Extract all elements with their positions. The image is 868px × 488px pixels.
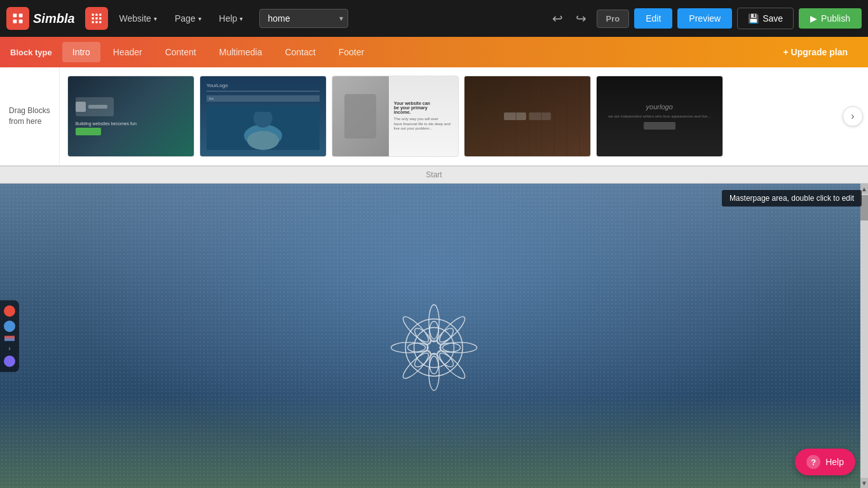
svg-point-30 (414, 327, 454, 367)
svg-rect-6 (99, 14, 101, 16)
save-icon: 💾 (748, 13, 759, 24)
color-picker-sidebar: › (0, 300, 19, 372)
help-circle-icon: ? (806, 455, 820, 469)
block-chooser-panel: Drag Blocks from here Building websites … (0, 67, 868, 166)
publish-icon: ▶ (810, 13, 817, 24)
block-tab-footer[interactable]: Footer (329, 42, 374, 62)
save-label: Save (763, 13, 783, 24)
upgrade-plan-button[interactable]: + Upgrade plan (773, 42, 858, 62)
svg-rect-11 (95, 21, 97, 23)
svg-point-13 (427, 341, 441, 355)
page-selector-wrapper: home about contact ▾ (259, 9, 348, 28)
grid-menu-button[interactable] (85, 7, 108, 30)
scroll-down-arrow[interactable]: ▼ (860, 478, 868, 488)
page-chevron: ▾ (198, 15, 201, 22)
svg-rect-3 (19, 20, 23, 24)
color-gradient-preview (4, 336, 15, 341)
svg-point-29 (400, 313, 432, 345)
svg-rect-4 (92, 14, 93, 16)
color-dot-blue[interactable] (4, 320, 15, 332)
publish-label: Publish (821, 13, 850, 24)
svg-rect-9 (99, 17, 101, 19)
page-menu[interactable]: Page ▾ (168, 10, 208, 27)
drag-label-line1: Drag Blocks (9, 105, 50, 116)
page-label: Page (175, 13, 196, 24)
drag-label-line2: from here (9, 116, 50, 127)
page-select[interactable]: home about contact (259, 9, 348, 28)
publish-button[interactable]: ▶ Publish (799, 8, 862, 29)
svg-point-25 (437, 349, 468, 381)
logo: Simbla (6, 7, 75, 30)
logo-icon (6, 7, 29, 30)
block-tab-intro[interactable]: Intro (62, 42, 100, 62)
template-card-1[interactable]: Building websites becomes fun (67, 76, 194, 157)
edit-button[interactable]: Edit (634, 8, 672, 29)
website-menu[interactable]: Website ▾ (113, 10, 163, 27)
tpl2-logo: YourLogo (207, 83, 320, 92)
svg-point-22 (429, 304, 439, 339)
redo-button[interactable]: ↪ (571, 8, 592, 29)
svg-point-26 (429, 356, 439, 390)
svg-point-23 (437, 313, 468, 345)
start-bar: Start (0, 166, 868, 184)
preview-button[interactable]: Preview (677, 8, 732, 29)
block-tab-multimedia[interactable]: Multimedia (209, 42, 273, 62)
website-label: Website (119, 13, 151, 24)
help-menu[interactable]: Help ▾ (213, 10, 250, 27)
svg-point-28 (391, 342, 426, 352)
svg-rect-1 (19, 14, 23, 18)
svg-rect-7 (92, 17, 93, 19)
templates-row: Building websites becomes fun YourLogo l… (60, 67, 868, 165)
svg-rect-8 (95, 17, 97, 19)
top-navbar: Simbla Website ▾ Page ▾ Help ▾ home abou… (0, 0, 868, 37)
svg-point-24 (443, 342, 477, 352)
save-button[interactable]: 💾 Save (737, 8, 794, 29)
help-fab-label: Help (825, 457, 844, 467)
help-fab-button[interactable]: ? Help (795, 449, 855, 475)
block-type-label: Block type (10, 48, 52, 57)
drag-blocks-label: Drag Blocks from here (0, 67, 60, 165)
undo-button[interactable]: ↩ (547, 8, 568, 29)
block-tab-content[interactable]: Content (155, 42, 207, 62)
color-dot-purple[interactable] (4, 355, 15, 367)
scrollbar-vertical: ▲ ▼ (860, 184, 868, 488)
template-card-5[interactable]: yourlogo we are independent writers who … (596, 76, 723, 157)
svg-rect-0 (13, 14, 17, 18)
template-card-4[interactable] (464, 76, 591, 157)
next-arrow-button[interactable]: › (843, 106, 863, 126)
canvas-symbol (377, 290, 491, 405)
svg-rect-2 (13, 20, 17, 24)
svg-rect-5 (95, 14, 97, 16)
pro-badge: Pro (597, 10, 630, 28)
color-dot-red[interactable] (4, 305, 15, 316)
template-card-2[interactable]: YourLogo live (200, 76, 327, 157)
canvas-area[interactable]: Masterpage area, double click to edit (0, 184, 868, 488)
block-tab-contact[interactable]: Contact (275, 42, 325, 62)
template-card-3[interactable]: Your website canbe your primaryincome. T… (332, 76, 459, 157)
start-label: Start (426, 170, 442, 179)
block-tab-header[interactable]: Header (103, 42, 153, 62)
help-chevron: ▾ (240, 15, 243, 22)
masterpage-label[interactable]: Masterpage area, double click to edit (722, 190, 862, 207)
logo-text: Simbla (33, 11, 75, 26)
svg-rect-12 (99, 21, 101, 23)
color-arrow-icon[interactable]: › (8, 344, 10, 351)
svg-point-27 (400, 349, 432, 381)
website-chevron: ▾ (154, 15, 157, 22)
block-type-bar: Block type Intro Header Content Multimed… (0, 37, 868, 67)
svg-rect-10 (92, 21, 93, 23)
help-label: Help (219, 13, 238, 24)
undo-redo-group: ↩ ↪ (547, 8, 592, 29)
